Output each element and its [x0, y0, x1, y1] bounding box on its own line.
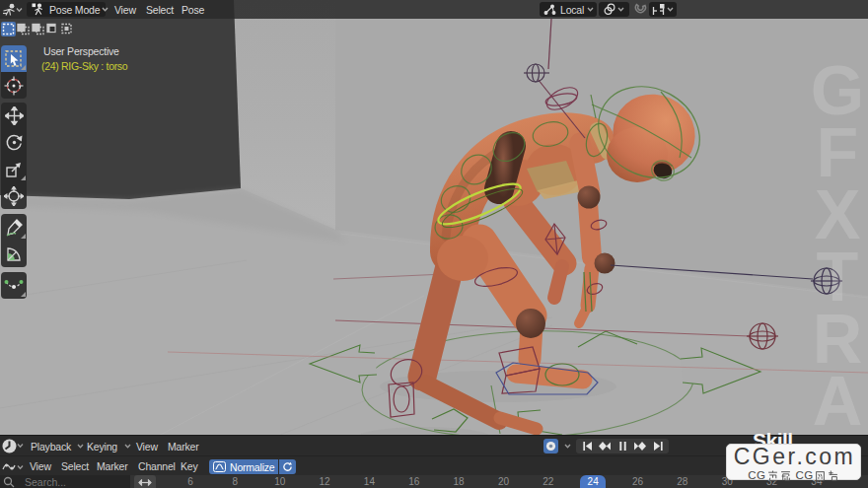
svg-text:A: A	[813, 363, 863, 440]
